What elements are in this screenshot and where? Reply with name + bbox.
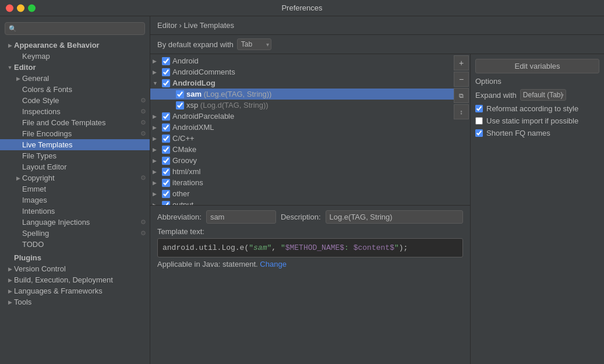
tree-item-iterations[interactable]: iterations: [150, 177, 454, 188]
sidebar-item-todo[interactable]: TODO: [0, 239, 150, 250]
tree-item-output[interactable]: output: [150, 199, 454, 205]
shorten-fq-label: Shorten FQ names: [486, 129, 550, 137]
template-text-label: Template text:: [157, 227, 463, 236]
settings-icon: ⚙: [140, 108, 146, 115]
sidebar-item-spelling[interactable]: Spelling ⚙: [0, 228, 150, 239]
tree-item-android-parcelable[interactable]: AndroidParcelable: [150, 111, 454, 122]
tree-checkbox-html-xml[interactable]: [162, 168, 170, 176]
tree-checkbox-android-xml[interactable]: [162, 123, 170, 132]
sidebar-item-label: File and Code Templates: [22, 118, 140, 127]
tree-checkbox-other[interactable]: [162, 190, 170, 198]
sidebar-item-label: Languages & Frameworks: [14, 287, 150, 295]
sidebar-item-build-exec[interactable]: Build, Execution, Deployment: [0, 274, 150, 285]
tree-checkbox-output[interactable]: [162, 201, 170, 206]
tree-item-android-xml[interactable]: AndroidXML: [150, 122, 454, 133]
sidebar-item-plugins[interactable]: Plugins: [0, 252, 150, 263]
expand-with-row: By default expand with Tab Enter Space: [150, 35, 604, 54]
sidebar-item-general[interactable]: General: [0, 73, 150, 84]
sidebar-item-live-templates[interactable]: Live Templates: [0, 139, 150, 150]
sidebar-item-emmet[interactable]: Emmet: [0, 183, 150, 195]
abbreviation-input[interactable]: [206, 210, 276, 224]
sidebar-item-label: Tools: [14, 298, 150, 306]
maximize-button[interactable]: [28, 4, 36, 12]
sidebar-item-code-style[interactable]: Code Style ⚙: [0, 95, 150, 106]
sidebar-item-label: Copyright: [22, 174, 140, 182]
sidebar-item-label: Plugins: [14, 253, 150, 262]
static-import-checkbox[interactable]: [475, 117, 483, 125]
expand-options-dropdown-wrapper[interactable]: Default (Tab) Tab Enter Space: [520, 89, 566, 101]
sidebar-item-colors-fonts[interactable]: Colors & Fonts: [0, 84, 150, 95]
close-button[interactable]: [6, 4, 13, 12]
tree-checkbox-cmake[interactable]: [162, 146, 170, 154]
remove-template-button[interactable]: −: [454, 72, 469, 87]
sidebar-item-images[interactable]: Images: [0, 195, 150, 206]
minimize-button[interactable]: [17, 4, 24, 12]
sidebar-item-tools[interactable]: Tools: [0, 296, 150, 308]
breadcrumb: Editor › Live Templates: [157, 21, 234, 30]
sidebar-item-label: Appearance & Behavior: [14, 41, 150, 50]
arrow-icon: [6, 43, 14, 48]
settings-icon: ⚙: [140, 130, 146, 137]
tree-checkbox-android-log[interactable]: [162, 79, 170, 87]
tree-item-android-comments[interactable]: AndroidComments: [150, 66, 454, 77]
tree-item-cmake[interactable]: CMake: [150, 144, 454, 155]
tree-checkbox-android-parcelable[interactable]: [162, 112, 170, 121]
settings-icon: ⚙: [140, 174, 146, 182]
tree-label: C/C++: [172, 134, 195, 143]
applicable-row: Applicable in Java: statement. Change: [157, 260, 463, 268]
sidebar-item-label: Version Control: [14, 264, 150, 273]
search-box[interactable]: 🔍: [5, 22, 145, 35]
sidebar-item-label: Live Templates: [22, 140, 150, 149]
sidebar-item-label: Layout Editor: [22, 162, 150, 171]
tree-item-sam[interactable]: sam (Log.e(TAG, String)): [150, 89, 454, 100]
tree-checkbox-sam[interactable]: [176, 90, 184, 98]
arrow-icon: [14, 175, 22, 181]
sidebar-item-file-code-templates[interactable]: File and Code Templates ⚙: [0, 117, 150, 128]
tree-label: Groovy: [172, 156, 197, 165]
tree-item-xsp[interactable]: xsp (Log.d(TAG, String)): [150, 100, 454, 111]
expand-options-select[interactable]: Default (Tab) Tab Enter Space: [520, 89, 566, 101]
sidebar-item-label: File Types: [22, 151, 150, 160]
sidebar-item-layout-editor[interactable]: Layout Editor: [0, 161, 150, 172]
tree-label: AndroidParcelable: [172, 112, 234, 121]
tree-checkbox-xsp[interactable]: [176, 101, 184, 109]
tree-arrow-icon: [153, 69, 162, 75]
add-template-button[interactable]: +: [454, 55, 469, 70]
sidebar-item-copyright[interactable]: Copyright ⚙: [0, 172, 150, 183]
tree-item-c-cpp[interactable]: C/C++: [150, 133, 454, 144]
description-input[interactable]: [326, 210, 463, 224]
search-input[interactable]: [19, 24, 141, 33]
edit-variables-button[interactable]: Edit variables: [475, 59, 599, 73]
reformat-checkbox[interactable]: [475, 105, 483, 112]
tree-checkbox-c-cpp[interactable]: [162, 135, 170, 143]
sidebar-item-label: Inspections: [22, 107, 140, 116]
sidebar-item-appearance[interactable]: Appearance & Behavior: [0, 40, 150, 51]
sidebar-item-file-types[interactable]: File Types: [0, 150, 150, 161]
sidebar-item-languages-frameworks[interactable]: Languages & Frameworks: [0, 285, 150, 296]
tree-item-other[interactable]: other: [150, 188, 454, 199]
tree-item-html-xml[interactable]: html/xml: [150, 166, 454, 177]
sidebar-item-version-control[interactable]: Version Control: [0, 263, 150, 274]
tree-arrow-icon: [153, 58, 162, 64]
sidebar-item-language-injections[interactable]: Language Injections ⚙: [0, 217, 150, 228]
shorten-fq-checkbox[interactable]: [475, 129, 483, 137]
window-title: Preferences: [281, 3, 322, 12]
tree-item-android-log[interactable]: AndroidLog: [150, 77, 454, 89]
expand-with-select[interactable]: Tab Enter Space: [237, 38, 271, 50]
tree-checkbox-android[interactable]: [162, 57, 170, 65]
tree-checkbox-android-comments[interactable]: [162, 68, 170, 76]
change-link[interactable]: Change: [260, 260, 287, 268]
sidebar-item-inspections[interactable]: Inspections ⚙: [0, 106, 150, 117]
expand-with-dropdown-wrapper[interactable]: Tab Enter Space: [237, 38, 271, 50]
sidebar-item-editor[interactable]: Editor: [0, 62, 150, 73]
sidebar-item-intentions[interactable]: Intentions: [0, 206, 150, 217]
tree-item-groovy[interactable]: Groovy: [150, 155, 454, 166]
move-template-button[interactable]: ↕: [454, 104, 469, 119]
copy-template-button[interactable]: ⧉: [454, 88, 469, 103]
sidebar-item-file-encodings[interactable]: File Encodings ⚙: [0, 128, 150, 139]
tree-label: CMake: [172, 145, 196, 154]
tree-checkbox-iterations[interactable]: [162, 179, 170, 187]
sidebar-item-keymap[interactable]: Keymap: [0, 51, 150, 62]
tree-item-android[interactable]: Android: [150, 55, 454, 66]
tree-checkbox-groovy[interactable]: [162, 157, 170, 165]
